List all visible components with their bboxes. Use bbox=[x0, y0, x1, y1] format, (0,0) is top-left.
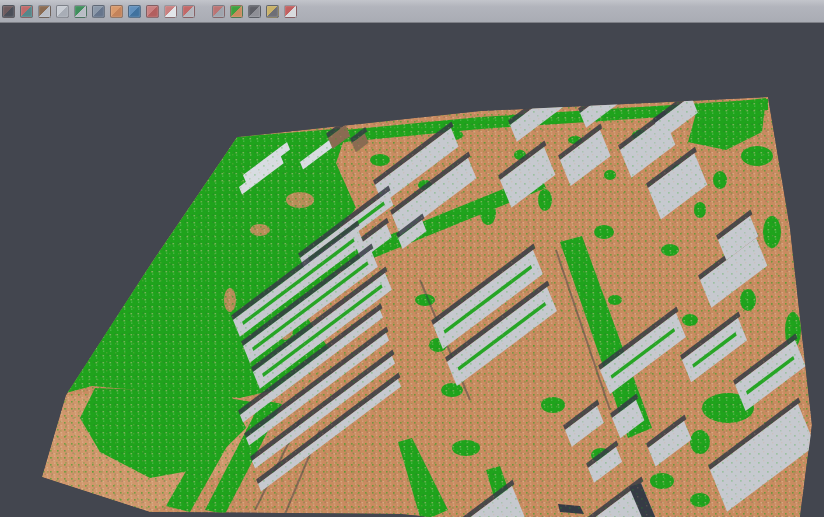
bars-red-icon[interactable] bbox=[284, 5, 297, 18]
tool-dark-icon[interactable] bbox=[248, 5, 261, 18]
viewport-3d[interactable] bbox=[0, 24, 824, 517]
point-cloud-render bbox=[0, 24, 824, 517]
square-orange-icon[interactable] bbox=[110, 5, 123, 18]
classification-map-icon[interactable] bbox=[230, 5, 243, 18]
green-fleck-noise bbox=[0, 24, 824, 517]
panel-blue-icon[interactable] bbox=[92, 5, 105, 18]
point-cloud-icon[interactable] bbox=[56, 5, 69, 18]
application-window bbox=[0, 0, 824, 517]
cube-dark-icon[interactable] bbox=[2, 5, 15, 18]
terrain-brown-icon[interactable] bbox=[38, 5, 51, 18]
toolbar bbox=[0, 0, 824, 23]
terrain-model bbox=[0, 24, 824, 517]
brackets-red-icon[interactable] bbox=[182, 5, 195, 18]
crosshair-red-icon[interactable] bbox=[20, 5, 33, 18]
globe-blue-icon[interactable] bbox=[128, 5, 141, 18]
cross-yellow-icon[interactable] bbox=[266, 5, 279, 18]
terrain-green-icon[interactable] bbox=[74, 5, 87, 18]
target-red-icon[interactable] bbox=[164, 5, 177, 18]
grid-red-gray-icon[interactable] bbox=[212, 5, 225, 18]
list-red-icon[interactable] bbox=[146, 5, 159, 18]
